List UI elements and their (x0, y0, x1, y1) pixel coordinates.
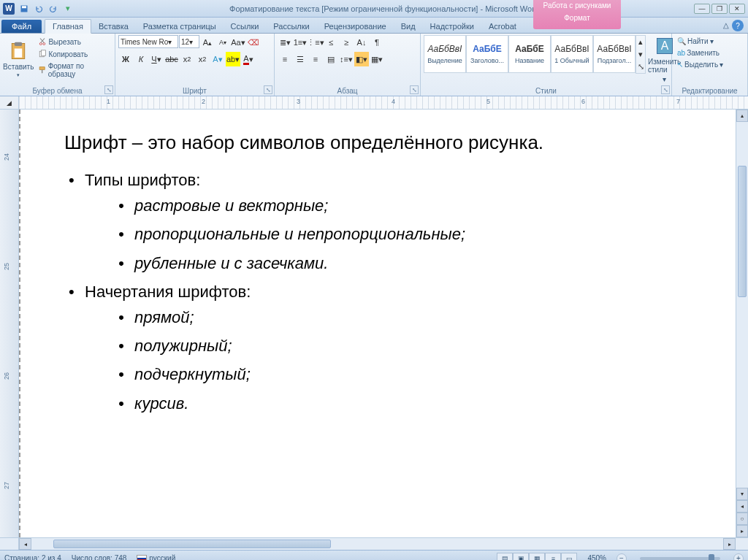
styles-more-icon[interactable]: ⤡ (636, 61, 645, 73)
vertical-scrollbar[interactable]: ▴ ▾ ◂ ○ ▸ (736, 110, 748, 537)
minimize-ribbon-icon[interactable]: △ (723, 21, 729, 29)
tab-insert[interactable]: Вставка (91, 20, 136, 33)
shading-icon[interactable]: ◧▾ (354, 52, 369, 66)
font-color-icon[interactable]: A▾ (241, 52, 256, 66)
next-page-icon[interactable]: ▸ (736, 525, 748, 537)
undo-icon[interactable] (32, 2, 45, 15)
scroll-down-icon[interactable]: ▾ (736, 488, 748, 500)
copy-button[interactable]: Копировать (36, 49, 112, 59)
replace-button[interactable]: abЗаменить (675, 48, 722, 58)
grow-font-icon[interactable]: A▴ (200, 35, 215, 50)
text-effects-icon[interactable]: A▾ (210, 52, 225, 66)
numbering-icon[interactable]: 1≡▾ (293, 35, 308, 50)
tab-mailings[interactable]: Рассылки (266, 20, 316, 33)
zoom-slider[interactable] (640, 557, 720, 560)
draft-view-icon[interactable]: ▭ (561, 553, 577, 561)
file-tab[interactable]: Файл (1, 20, 42, 33)
clear-formatting-icon[interactable]: ⌫ (246, 35, 261, 50)
status-page[interactable]: Страница: 2 из 4 (4, 554, 61, 560)
subscript-icon[interactable]: x2 (180, 52, 194, 66)
style-item[interactable]: АаБбВвІ1 Обычный (551, 35, 593, 73)
borders-icon[interactable]: ▦▾ (370, 52, 384, 66)
tab-references[interactable]: Ссылки (224, 20, 267, 33)
style-item[interactable]: АаБбЕНазвание (508, 35, 551, 73)
bullets-icon[interactable]: ≣▾ (278, 35, 292, 50)
scroll-left-icon[interactable]: ◂ (19, 538, 31, 550)
line-spacing-icon[interactable]: ↕≡▾ (339, 52, 354, 66)
close-button[interactable]: ✕ (729, 4, 745, 14)
align-center-icon[interactable]: ☰ (293, 52, 308, 66)
scroll-right-icon[interactable]: ▸ (723, 538, 736, 550)
redo-icon[interactable] (47, 2, 60, 15)
tab-addins[interactable]: Надстройки (423, 20, 481, 33)
shrink-font-icon[interactable]: A▾ (215, 35, 230, 50)
decrease-indent-icon[interactable]: ≤ (324, 35, 338, 50)
minimize-button[interactable]: — (694, 4, 710, 14)
style-item[interactable]: АаБбЕЗаголово... (466, 35, 508, 73)
zoom-in-icon[interactable]: + (733, 553, 744, 561)
styles-scroll-down-icon[interactable]: ▾ (636, 48, 645, 61)
ruler-corner[interactable]: ◢ (0, 96, 19, 109)
cut-button[interactable]: Вырезать (36, 37, 112, 47)
restore-button[interactable]: ❐ (711, 4, 728, 14)
horizontal-ruler[interactable]: ◢ 1 2 3 4 5 6 7 (0, 96, 748, 110)
align-left-icon[interactable]: ≡ (278, 52, 292, 66)
outline-view-icon[interactable]: ≡ (545, 553, 561, 561)
zoom-out-icon[interactable]: − (617, 553, 627, 561)
font-name-select[interactable]: Times New Ro ▾ (118, 35, 178, 48)
style-item[interactable]: АаБбВвІПодзагол... (593, 35, 636, 73)
styles-gallery[interactable]: АаБбВвІВыделение АаБбЕЗаголово... АаБбЕН… (424, 35, 646, 74)
group-paragraph: ≣▾ 1≡▾ ⋮≡▾ ≤ ≥ A↓ ¶ ≡ ☰ ≡ ▤ ↕≡▾ ◧▾ ▦▾ ⤡ … (275, 34, 421, 96)
browse-object-icon[interactable]: ○ (736, 513, 748, 525)
status-word-count[interactable]: Число слов: 748 (72, 554, 127, 560)
align-right-icon[interactable]: ≡ (308, 52, 323, 66)
scroll-up-icon[interactable]: ▴ (736, 110, 748, 122)
status-language[interactable]: русский (137, 554, 175, 560)
web-layout-view-icon[interactable]: ▦ (529, 553, 545, 561)
help-icon[interactable]: ? (732, 20, 744, 31)
tab-acrobat[interactable]: Acrobat (481, 20, 524, 33)
justify-icon[interactable]: ▤ (324, 52, 338, 66)
print-layout-view-icon[interactable]: ▤ (497, 553, 513, 561)
change-case-icon[interactable]: Aa▾ (231, 35, 245, 50)
scroll-thumb[interactable] (738, 166, 747, 297)
zoom-level[interactable]: 450% (587, 554, 606, 560)
save-icon[interactable] (18, 2, 31, 15)
vertical-ruler[interactable]: 24 25 26 27 (0, 110, 19, 537)
highlight-icon[interactable]: ab▾ (226, 52, 240, 66)
quick-access-toolbar: ▾ (18, 2, 75, 15)
prev-page-icon[interactable]: ◂ (736, 500, 748, 513)
svg-text:A: A (660, 39, 668, 52)
sort-icon[interactable]: A↓ (354, 35, 369, 50)
full-screen-view-icon[interactable]: ▣ (513, 553, 529, 561)
styles-scroll-up-icon[interactable]: ▴ (636, 36, 645, 48)
format-painter-button[interactable]: Формат по образцу (36, 61, 112, 79)
bold-icon[interactable]: Ж (118, 52, 133, 66)
multilevel-icon[interactable]: ⋮≡▾ (308, 35, 323, 50)
increase-indent-icon[interactable]: ≥ (339, 35, 354, 50)
style-item[interactable]: АаБбВвІВыделение (424, 35, 466, 73)
strikethrough-icon[interactable]: abc (164, 52, 179, 66)
tab-review[interactable]: Рецензирование (317, 20, 394, 33)
tab-page-layout[interactable]: Разметка страницы (136, 20, 224, 33)
find-button[interactable]: 🔍Найти ▾ (675, 37, 716, 46)
qat-more-icon[interactable]: ▾ (61, 2, 75, 15)
underline-icon[interactable]: Ч▾ (149, 52, 164, 66)
tab-home[interactable]: Главная (45, 19, 91, 34)
select-button[interactable]: ↖Выделить ▾ (675, 60, 725, 69)
title-bar: W ▾ Форматирование текста [Режим огранич… (0, 0, 748, 18)
list-item: рубленные и с засечками. (114, 250, 706, 276)
italic-icon[interactable]: К (134, 52, 148, 66)
show-marks-icon[interactable]: ¶ (370, 35, 384, 50)
tab-view[interactable]: Вид (394, 20, 423, 33)
svg-point-6 (43, 43, 45, 45)
document-page[interactable]: Шрифт – это набор символов определённого… (19, 110, 736, 537)
list-item: Типы шрифтов: растровые и векторные; про… (64, 167, 706, 276)
scroll-thumb-h[interactable] (53, 540, 331, 548)
horizontal-scrollbar[interactable]: ◂ ▸ (0, 537, 748, 550)
font-size-select[interactable]: 12 ▾ (179, 35, 199, 48)
paste-button[interactable]: Вставить ▾ (3, 35, 34, 83)
superscript-icon[interactable]: x2 (195, 52, 210, 66)
picture-tools-tab[interactable]: Работа с рисунками Формат (533, 0, 621, 29)
window-controls: — ❐ ✕ (694, 4, 745, 14)
